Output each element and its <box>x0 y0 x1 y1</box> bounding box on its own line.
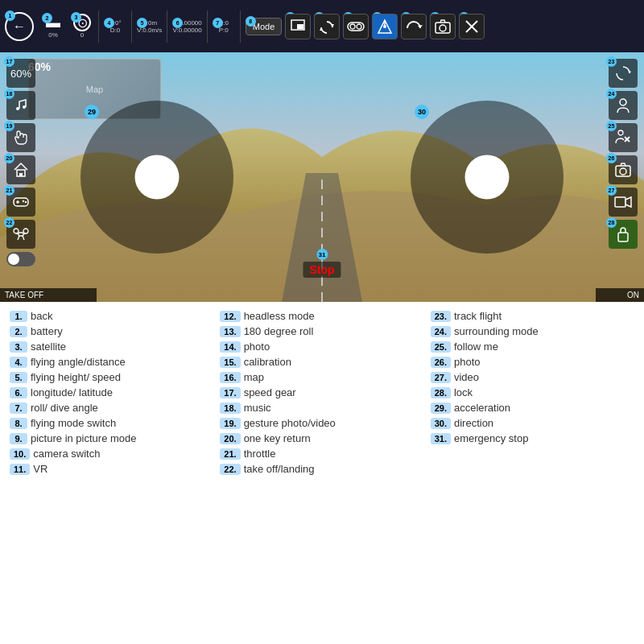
legend-label-28: lock <box>454 386 473 398</box>
legend-label-29: acceleration <box>454 402 510 414</box>
legend-item-9: 9. picture in picture mode <box>10 432 213 444</box>
legend-item-18: 18. music <box>220 402 423 414</box>
legend-label-10: camera switch <box>33 448 100 460</box>
legend-num-2: 2. <box>10 326 27 337</box>
vr-button[interactable] <box>343 14 369 39</box>
svg-rect-38 <box>615 197 625 207</box>
speed-gear-button[interactable]: 17 60% <box>6 59 35 88</box>
legend-item-26: 26. photo <box>431 356 634 368</box>
legend-label-16: map <box>244 371 264 383</box>
legend-num-19: 19. <box>220 418 240 429</box>
legend-label-31: emergency stop <box>454 432 529 444</box>
headless-button[interactable] <box>372 14 398 39</box>
legend-label-26: photo <box>454 356 481 368</box>
legend-label-1: back <box>31 310 52 322</box>
legend-item-11: 11. VR <box>10 463 213 475</box>
right-side-buttons: 23 24 25 26 27 28 <box>609 52 638 249</box>
legend-num-21: 21. <box>220 448 240 460</box>
toolbar-item-8: 8 Mode <box>246 18 283 35</box>
throttle-button[interactable]: 21 <box>6 188 35 217</box>
svg-rect-40 <box>618 233 628 242</box>
svg-rect-1 <box>297 24 303 29</box>
svg-point-5 <box>350 24 355 29</box>
drone-icon <box>12 227 30 242</box>
svg-rect-28 <box>19 233 23 236</box>
legend-num-9: 9. <box>10 433 27 444</box>
track-flight-button[interactable]: 23 <box>609 59 638 88</box>
legend-label-27: video <box>454 371 479 383</box>
legend-label-25: follow me <box>454 341 498 353</box>
toolbar: 1 ← 2 ▬ 0% 3 ⊙ 0 4 A:0° D:0 5 H:0m V:0.0… <box>0 0 644 52</box>
home-return-button[interactable]: 20 <box>6 155 35 184</box>
legend-num-7: 7. <box>10 402 27 414</box>
toolbar-item-7: 7 R:0 P:0 <box>213 19 235 34</box>
legend-label-14: photo <box>244 341 270 353</box>
svg-marker-39 <box>625 197 631 207</box>
svg-point-37 <box>620 168 626 175</box>
stop-button[interactable]: Stop <box>303 262 341 278</box>
on-strip: ON <box>596 288 644 302</box>
video-button[interactable]: 27 <box>609 188 638 217</box>
legend-item-20: 20. one key return <box>220 432 423 444</box>
left-joystick-knob[interactable] <box>135 155 180 200</box>
gesture-button[interactable]: 19 <box>6 123 35 152</box>
toolbar-item-5: 5 H:0m V:0.0m/s <box>137 19 162 34</box>
legend-item-23: 23. track flight <box>431 310 634 322</box>
joystick-left-num: 29 <box>85 105 99 119</box>
right-joystick[interactable]: 30 <box>411 101 564 254</box>
legend-item-14: 14. photo <box>220 341 423 353</box>
music-button[interactable]: 18 <box>6 91 35 120</box>
follow-me-button[interactable]: 25 <box>609 123 638 152</box>
legend-num-17: 17. <box>220 387 240 398</box>
legend-item-19: 19. gesture photo/video <box>220 417 423 429</box>
legend-item-5: 5. flying height/ speed <box>10 371 213 383</box>
legend-num-26: 26. <box>431 357 451 368</box>
satellite-value: 0 <box>80 31 84 39</box>
legend-num-10: 10. <box>10 448 30 460</box>
surrounding-button[interactable]: 24 <box>609 91 638 120</box>
speed-gear-icon: 60% <box>10 68 31 80</box>
legend-num-3: 3. <box>10 341 27 353</box>
legend-item-21: 21. throttle <box>220 448 423 460</box>
video-icon <box>614 196 632 208</box>
divider-2 <box>131 10 132 43</box>
legend-label-5: flying height/ speed <box>31 371 121 383</box>
divider-4 <box>207 10 208 43</box>
legend-num-28: 28. <box>431 387 451 398</box>
surrounding-icon <box>615 97 631 114</box>
right-joystick-knob[interactable] <box>465 155 510 200</box>
camera-view: Map 60% 29 30 17 60% 18 19 20 <box>0 52 644 302</box>
legend-empty-2-9 <box>431 448 634 460</box>
pip-button[interactable] <box>285 14 311 39</box>
legend-item-22: 22. take off/landing <box>220 463 423 475</box>
toggle-switch[interactable] <box>6 252 35 266</box>
gamepad-icon <box>13 196 29 208</box>
legend-item-29: 29. acceleration <box>431 402 634 414</box>
legend-item-6: 6. longitude/ latitude <box>10 386 213 398</box>
svg-point-26 <box>14 229 19 233</box>
legend-num-16: 16. <box>220 372 240 383</box>
toolbar-item-14: 14 <box>430 14 456 39</box>
legend-item-8: 8. flying mode switch <box>10 417 213 429</box>
legend-section: 1. back 12. headless mode 23. track flig… <box>0 302 644 644</box>
battery-value: 0% <box>48 31 58 39</box>
takeoff-strip: TAKE OFF <box>0 288 97 302</box>
svg-point-12 <box>440 25 446 31</box>
legend-item-30: 30. direction <box>431 417 634 429</box>
svg-point-17 <box>16 107 19 110</box>
roll-button[interactable] <box>401 14 427 39</box>
legend-item-16: 16. map <box>220 371 423 383</box>
photo-right-button[interactable]: 26 <box>609 155 638 184</box>
left-joystick[interactable]: 29 <box>80 101 233 254</box>
legend-num-29: 29. <box>431 402 451 414</box>
svg-line-31 <box>18 236 19 240</box>
calibration-button[interactable] <box>459 14 485 39</box>
camera-switch-button[interactable] <box>314 14 340 39</box>
lock-button[interactable]: 28 <box>609 220 638 249</box>
takeoff-button[interactable]: 22 <box>6 220 35 249</box>
toolbar-item-10: 10 <box>314 14 340 39</box>
follow-me-icon <box>615 129 631 147</box>
legend-label-18: music <box>244 402 271 414</box>
photo-button[interactable] <box>430 14 456 39</box>
joystick-right-num: 30 <box>415 105 429 119</box>
